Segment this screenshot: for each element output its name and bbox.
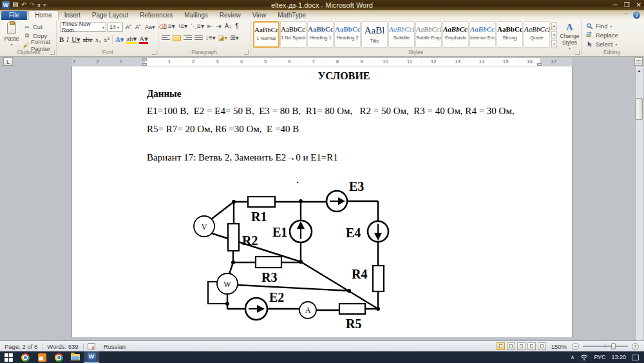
document-page[interactable]: УСЛОВИЕ Данные E1=100 В, E2 = E4= 50 В, … [72,66,572,337]
increase-indent-button[interactable]: ⇥ [216,23,221,30]
styles-dialog-launcher[interactable] [575,50,580,55]
subscript-button[interactable]: x₂ [95,35,101,43]
align-right-button[interactable] [184,35,192,41]
tab-mailings[interactable]: Mailings [178,11,214,20]
scrollbar-thumb[interactable] [636,98,643,120]
taskbar-chrome-2[interactable] [50,351,67,363]
help-icon[interactable]: ? [633,12,640,19]
line-spacing-button[interactable]: ↕≡▾ [205,34,216,41]
style-heading-1[interactable]: AaBbCcHeading 1 [307,21,334,48]
justify-button[interactable] [194,35,203,41]
font-dialog-launcher[interactable] [152,50,156,55]
style-subtitle[interactable]: AaBbCcLSubtitle [388,21,415,48]
style-title[interactable]: AaBlTitle [361,21,388,48]
doc-line1: E1=100 В, E2 = E4= 50 В, E3 = 80 В, R1= … [147,106,541,117]
grow-font-button[interactable]: Aˆ [124,23,133,32]
paste-dropdown-icon[interactable]: ▾ [3,42,20,46]
show-marks-button[interactable]: ¶ [235,23,238,30]
style-emphasis[interactable]: AaBbCcDEmphasis [442,21,469,48]
close-button[interactable]: ✕ [636,1,641,9]
superscript-button[interactable]: x² [104,35,109,43]
word-count[interactable]: Words: 639 [43,343,82,350]
style-quote[interactable]: AaBbCcLQuote [524,21,550,48]
format-painter-button[interactable]: 🖌︎Format Painter [22,41,56,49]
zoom-slider-thumb[interactable] [611,343,616,349]
clipboard-dialog-launcher[interactable] [50,50,55,55]
shrink-font-button[interactable]: Aˇ [134,23,142,32]
start-button[interactable] [0,351,17,363]
tray-expand-icon[interactable]: ∧ [571,354,575,360]
style-gallery-expand-icon[interactable]: ▾ [551,40,557,48]
find-button[interactable]: Find▾ [586,22,618,30]
zoom-slider[interactable] [583,346,628,347]
tab-references[interactable]: References [134,11,178,20]
style-subtle-emp-[interactable]: AaBbCcDSubtle Emp... [415,21,442,48]
multilevel-list-button[interactable]: ⋱≡▾ [191,23,204,30]
decrease-indent-button[interactable]: ⇤ [207,23,213,30]
italic-button[interactable]: I [66,35,69,43]
style-intense-em-[interactable]: AaBbCcDIntense Em... [469,21,496,48]
print-layout-view-button[interactable] [497,342,505,350]
tab-stop-selector[interactable]: L [3,57,13,66]
text-effects-button[interactable]: A▾ [115,35,124,44]
style-strong[interactable]: AaBbCcDStrong [497,21,523,48]
tab-insert[interactable]: Insert [59,11,86,20]
highlight-button[interactable]: ab▾ [126,35,137,44]
wifi-icon[interactable] [580,354,588,360]
taskbar-word-active[interactable]: W [84,351,99,363]
zoom-level[interactable]: 150% [548,343,570,350]
shading-button[interactable]: ◪▾ [218,34,227,41]
borders-button[interactable]: ⊞▾ [230,34,238,41]
hanging-indent-marker[interactable] [142,63,147,66]
font-size-combo[interactable]: 14▾ [108,23,123,32]
outline-view-button[interactable] [527,342,536,350]
zoom-in-button[interactable]: + [632,343,639,350]
style-scroll-up-icon[interactable]: ▲ [551,22,557,30]
bold-button[interactable]: B [59,35,64,43]
underline-button[interactable]: U▾ [71,35,80,44]
paragraph-dialog-launcher[interactable] [244,50,249,55]
style-heading-2[interactable]: AaBbCcHeading 2 [334,21,361,48]
fullscreen-reading-view-button[interactable] [507,342,515,350]
ruler-toggle-button[interactable] [634,57,643,66]
taskbar-chrome-1[interactable] [17,351,33,363]
change-case-button[interactable]: Aa▾ [144,23,156,32]
font-color-button[interactable]: A▾ [139,35,147,44]
taskbar-file-explorer[interactable] [67,351,84,363]
tray-clock[interactable]: 13:20 [611,354,626,360]
page-indicator[interactable]: Page: 2 of 8 [0,343,42,350]
strikethrough-button[interactable]: abe [82,35,92,43]
style-1-no-spacing[interactable]: AaBbCcI1 No Spacing [280,21,307,48]
style-scroll-down-icon[interactable]: ▼ [551,31,557,39]
tab-page-layout[interactable]: Page Layout [86,11,134,20]
cut-button[interactable]: ✂Cut [22,23,56,31]
notification-center-icon[interactable] [632,355,639,360]
proofing-icon[interactable] [88,343,95,349]
maximize-button[interactable]: ❐ [624,1,630,9]
minimize-button[interactable]: ─ [613,1,618,9]
style-1-normal[interactable]: AaBbCcI1 Normal [253,21,279,48]
taskbar-app-orange[interactable] [33,351,50,363]
first-line-indent-marker[interactable] [142,58,147,61]
tab-file[interactable]: File [1,11,27,20]
sort-button[interactable]: A↓ [225,23,232,30]
scroll-up-icon[interactable]: ▲ [636,68,643,75]
tab-review[interactable]: Review [214,11,247,20]
draft-view-button[interactable] [538,342,546,350]
web-layout-view-button[interactable] [517,342,526,350]
ruler-strip[interactable]: 321···1234567891011121314151617·········… [72,58,572,66]
font-family-combo[interactable]: Times New Rom▾ [60,23,106,32]
minimize-ribbon-icon[interactable]: ⌃ [623,12,628,18]
tab-view[interactable]: View [247,11,272,20]
numbering-button[interactable]: ¹≡▾ [178,23,187,30]
tray-language[interactable]: РУС [594,354,605,360]
zoom-out-button[interactable]: − [572,343,579,350]
tab-mathtype[interactable]: MathType [272,11,312,20]
replace-button[interactable]: ab Replace [586,31,618,39]
language-indicator[interactable]: Russian [99,343,130,350]
select-button[interactable]: Select▾ [586,40,618,48]
bullets-button[interactable]: ⋮≡▾ [162,23,175,30]
tab-home[interactable]: Home [28,10,59,20]
align-center-button[interactable] [173,35,181,41]
align-left-button[interactable] [162,35,170,41]
